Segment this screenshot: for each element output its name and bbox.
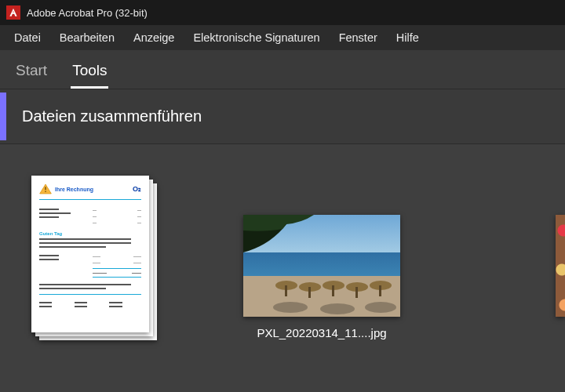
menu-bearbeiten[interactable]: Bearbeiten — [50, 27, 124, 49]
accent-bar — [0, 93, 6, 140]
svg-rect-3 — [243, 252, 400, 279]
pdf-stack-thumbnail: Ihre Rechnung O₂ —— —— — [31, 176, 157, 340]
svg-rect-11 — [308, 287, 311, 298]
window-title: Adobe Acrobat Pro (32-bit) — [27, 7, 148, 19]
warning-icon — [39, 183, 52, 194]
file-item-partial[interactable] — [556, 215, 565, 317]
menu-hilfe[interactable]: Hilfe — [387, 27, 428, 49]
svg-rect-10 — [285, 285, 287, 296]
doc-preview-title: Ihre Rechnung — [55, 187, 93, 192]
menu-anzeige[interactable]: Anzeige — [124, 27, 184, 49]
menu-fenster[interactable]: Fenster — [330, 27, 387, 49]
tool-header: Dateien zusammenführen — [0, 89, 565, 144]
svg-point-17 — [365, 302, 396, 313]
content-area: Ihre Rechnung O₂ —— —— — [0, 144, 565, 392]
file-item-pdf[interactable]: Ihre Rechnung O₂ —— —— — [31, 176, 157, 350]
svg-point-16 — [320, 303, 355, 314]
tab-start[interactable]: Start — [14, 53, 49, 87]
tool-title: Dateien zusammenführen — [22, 107, 202, 125]
photo-thumbnail — [243, 215, 400, 317]
svg-rect-14 — [379, 285, 381, 296]
menu-elektronische-signaturen[interactable]: Elektronische Signaturen — [184, 27, 329, 49]
titlebar: Adobe Acrobat Pro (32-bit) — [0, 0, 565, 25]
tab-tools[interactable]: Tools — [71, 53, 108, 87]
acrobat-app-icon — [6, 5, 20, 20]
svg-rect-12 — [332, 285, 334, 296]
partial-thumbnail — [556, 215, 565, 317]
doc-brand-logo: O₂ — [133, 185, 141, 193]
doc-section-title: Guten Tag — [39, 231, 141, 236]
svg-point-15 — [273, 302, 308, 313]
file-item-photo[interactable]: PXL_20220314_11....jpg — [243, 176, 400, 339]
menubar: Datei Bearbeiten Anzeige Elektronische S… — [0, 25, 565, 50]
file-label-photo: PXL_20220314_11....jpg — [257, 326, 386, 339]
menu-datei[interactable]: Datei — [5, 27, 50, 49]
tabs-row: Start Tools — [0, 50, 565, 89]
svg-rect-13 — [355, 287, 358, 298]
svg-rect-0 — [45, 187, 46, 190]
svg-rect-1 — [45, 191, 46, 192]
